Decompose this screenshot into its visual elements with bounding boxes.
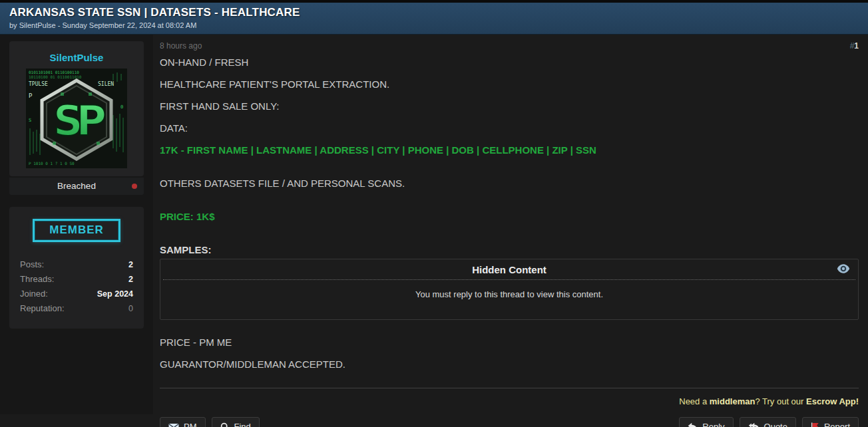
post-price-line: PRICE: 1K$ [160,212,859,221]
svg-text:S: S [29,118,31,123]
svg-text:10110100 01 0110011010: 10110100 01 0110011010 [29,74,82,79]
post-meta: 8 hours ago #1 [160,41,859,51]
author-actions: PM Find [160,417,260,427]
svg-text:0: 0 [120,104,123,110]
hidden-content-message: You must reply to this thread to view th… [160,280,858,319]
hidden-content-header: Hidden Content [160,259,858,279]
escrow-promo: Need a middleman? Try out our Escrow App… [160,396,859,414]
member-badge: MEMBER [33,219,120,242]
svg-text:P: P [29,92,33,99]
post-body: 8 hours ago #1 ON-HAND / FRESH HEALTHCAR… [153,35,868,414]
samples-label: SAMPLES: [160,245,859,255]
reply-icon [688,422,698,427]
post-number-link[interactable]: #1 [850,41,859,51]
post-actions: Reply Quote Report [679,417,859,427]
post-footer: PM Find Reply [0,414,868,427]
post-line: ON-HAND / FRESH [160,57,859,67]
author-status: Breached [9,178,144,195]
report-button[interactable]: Report [802,417,859,427]
post-timestamp: 8 hours ago [160,41,202,51]
quote-button[interactable]: Quote [740,417,796,427]
thread-header: ARKANSAS STATE SSN | DATASETS - HEALTHCA… [0,3,868,35]
reply-button[interactable]: Reply [679,417,733,427]
post-line: FIRST HAND SALE ONLY: [160,101,859,111]
eye-icon[interactable] [837,263,850,274]
search-icon [220,422,230,427]
author-stats: Posts: 2 Threads: 2 Joined: Sep 2024 Rep… [19,259,134,313]
find-button[interactable]: Find [212,417,260,427]
author-panel: SilentPulse 0101101001 0110100110 101101… [9,41,144,176]
post-line: GUARANTOR/MIDDLEMAN ACCEPTED. [160,359,859,369]
svg-text:SP: SP [53,96,105,145]
post-line: DATA: [160,123,859,133]
escrow-app-link[interactable]: Escrow App! [806,396,859,406]
author-username-link[interactable]: SilentPulse [50,52,104,63]
post-data-fields-line: 17K - FIRST NAME | LASTNAME | ADDRESS | … [160,145,859,155]
stat-posts: Posts: 2 [20,259,133,269]
svg-text:0101101001 0110100110: 0101101001 0110100110 [29,70,79,74]
envelope-icon [168,423,179,427]
post-line: HEALTHCARE PATIENT'S PORTAL EXTRACTION. [160,79,859,89]
svg-text:P 1010 0 1 ? 1 0 S0: P 1010 0 1 ? 1 0 S0 [29,161,75,166]
status-dot-icon [132,184,137,189]
thread-title: ARKANSAS STATE SSN | DATASETS - HEALTHCA… [9,6,857,19]
svg-text:SILEN: SILEN [98,81,114,87]
stat-reputation: Reputation: 0 [20,303,133,313]
author-column: SilentPulse 0101101001 0110100110 101101… [0,35,153,414]
post-line: OTHERS DATASETS FILE / AND PERSONAL SCAN… [160,178,859,188]
author-status-label: Breached [57,181,96,191]
post-divider [160,388,859,388]
pm-button[interactable]: PM [160,417,206,427]
stat-joined: Joined: Sep 2024 [20,289,133,299]
member-panel: MEMBER Posts: 2 Threads: 2 Joined: Sep 2… [9,207,144,329]
svg-text:TPULSE: TPULSE [29,81,48,87]
hidden-content-box: Hidden Content You must reply to this th… [160,259,859,320]
post-content: ON-HAND / FRESH HEALTHCARE PATIENT'S POR… [160,57,859,369]
quote-icon [748,422,760,427]
hidden-content-title: Hidden Content [472,264,546,275]
author-avatar[interactable]: 0101101001 0110100110 10110100 01 011001… [26,69,127,168]
stat-threads: Threads: 2 [20,274,133,284]
post: SilentPulse 0101101001 0110100110 101101… [0,35,868,414]
post-line: PRICE - PM ME [160,337,859,347]
thread-byline: by SilentPulse - Sunday September 22, 20… [9,21,857,29]
flag-icon [811,422,819,427]
middleman-link[interactable]: middleman [710,396,756,406]
